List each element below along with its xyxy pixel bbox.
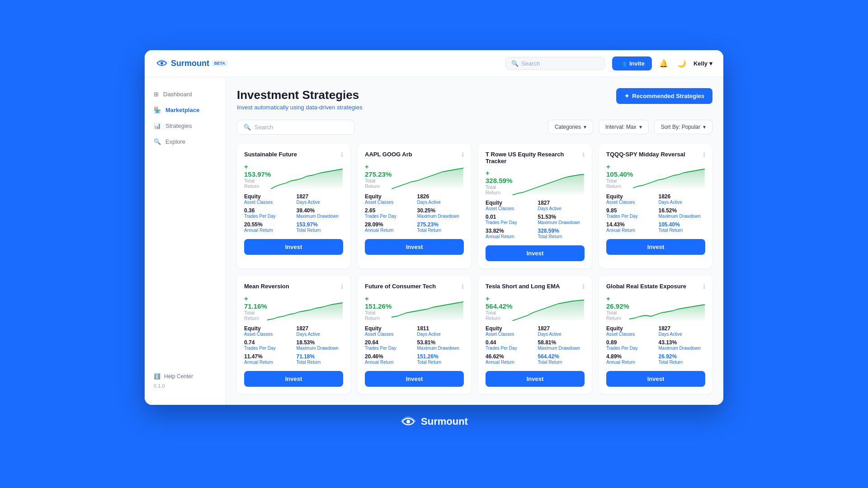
- help-center-link[interactable]: ℹ️ Help Center: [154, 373, 217, 380]
- card-stats: Equity Asset Classes 1827 Days Active 0.…: [606, 325, 705, 365]
- days-active-value: 1826: [659, 193, 706, 200]
- invest-button[interactable]: Invest: [244, 239, 343, 255]
- stat-max-drawdown: 30.25% Maximum Drawdown: [417, 207, 464, 219]
- stat-trades-per-day: 0.01 Trades Per Day: [486, 214, 533, 225]
- total-return-stat-label: Total Return: [659, 360, 706, 365]
- stat-max-drawdown: 18.53% Maximum Drawdown: [297, 339, 344, 351]
- sort-label: Sort By: Popular: [661, 124, 700, 130]
- sort-filter[interactable]: Sort By: Popular ▾: [654, 120, 712, 134]
- max-drawdown-value: 39.40%: [297, 207, 344, 214]
- navbar: Surmount BETA 🔍 Search 👥 Invite 🔔 🌙 Kell…: [145, 50, 723, 77]
- strategy-card: AAPL GOOG Arb ℹ + 275.23% Total Return: [358, 144, 471, 268]
- stat-max-drawdown: 58.81% Maximum Drawdown: [538, 339, 585, 351]
- invest-button[interactable]: Invest: [486, 371, 585, 387]
- user-menu-button[interactable]: Kelly ▾: [693, 60, 712, 67]
- stat-trades-per-day: 20.64 Trades Per Day: [365, 339, 412, 351]
- recommended-strategies-button[interactable]: ✦ Recommended Strategies: [616, 88, 712, 104]
- interval-filter[interactable]: Interval: Max ▾: [599, 120, 649, 134]
- days-active-label: Days Active: [659, 332, 706, 337]
- invest-button[interactable]: Invest: [486, 245, 585, 261]
- sidebar-item-dashboard[interactable]: ⊞ Dashboard: [145, 86, 226, 102]
- strategy-card: Tesla Short and Long EMA ℹ + 564.42% Tot…: [478, 276, 592, 394]
- asset-classes-label: Asset Classes: [365, 200, 412, 205]
- invest-button[interactable]: Invest: [606, 371, 705, 387]
- stat-days-active: 1827 Days Active: [297, 193, 344, 205]
- sidebar-label-dashboard: Dashboard: [163, 91, 192, 98]
- card-header: TQQQ-SPY Midday Reversal ℹ: [606, 151, 705, 158]
- sidebar-bottom: ℹ️ Help Center 0.1.0: [145, 366, 226, 396]
- annual-return-label: Annual Return: [486, 360, 533, 365]
- card-header: Tesla Short and Long EMA ℹ: [486, 283, 585, 290]
- card-stats: Equity Asset Classes 1826 Days Active 2.…: [365, 193, 464, 233]
- categories-filter[interactable]: Categories ▾: [548, 120, 593, 134]
- card-return-pct: + 151.26%: [365, 295, 392, 310]
- stat-days-active: 1826 Days Active: [659, 193, 706, 205]
- logo-text: Surmount: [171, 59, 209, 68]
- theme-toggle-button[interactable]: 🌙: [675, 57, 688, 70]
- svg-point-0: [160, 62, 163, 65]
- sidebar-item-marketplace[interactable]: 🏪 Marketplace: [145, 102, 226, 118]
- strategy-card: Global Real Estate Exposure ℹ + 26.92% T…: [599, 276, 712, 394]
- sidebar-item-strategies[interactable]: 📊 Strategies: [145, 118, 226, 134]
- total-return-stat-value: 153.97%: [297, 221, 344, 228]
- main-content: Investment Strategies Invest automatical…: [226, 77, 723, 405]
- annual-return-value: 11.47%: [244, 353, 291, 360]
- explore-icon: 🔍: [154, 138, 161, 145]
- info-icon[interactable]: ℹ: [703, 283, 705, 290]
- brand-name: Surmount: [421, 416, 468, 427]
- sidebar: ⊞ Dashboard 🏪 Marketplace 📊 Strategies 🔍…: [145, 77, 226, 405]
- trades-per-day-label: Trades Per Day: [486, 346, 533, 351]
- days-active-label: Days Active: [538, 332, 585, 337]
- invest-button[interactable]: Invest: [606, 239, 705, 255]
- info-icon[interactable]: ℹ: [582, 283, 585, 290]
- total-return-stat-value: 151.26%: [417, 353, 464, 360]
- card-return-pct: + 105.40%: [606, 163, 633, 178]
- stat-total-return: 71.18% Total Return: [297, 353, 344, 365]
- info-icon[interactable]: ℹ: [703, 151, 705, 158]
- info-icon[interactable]: ℹ: [462, 283, 464, 290]
- card-title: Tesla Short and Long EMA: [486, 283, 579, 290]
- notifications-button[interactable]: 🔔: [657, 57, 670, 70]
- rec-btn-label: Recommended Strategies: [632, 93, 704, 99]
- user-name: Kelly: [693, 60, 708, 67]
- stat-annual-return: 20.46% Annual Return: [365, 353, 412, 365]
- info-icon[interactable]: ℹ: [341, 283, 343, 290]
- card-chart: [512, 299, 585, 321]
- sidebar-item-explore[interactable]: 🔍 Explore: [145, 134, 226, 150]
- asset-classes-value: Equity: [244, 325, 291, 332]
- invest-button[interactable]: Invest: [365, 371, 464, 387]
- total-return-stat-label: Total Return: [297, 360, 344, 365]
- annual-return-label: Annual Return: [244, 228, 291, 233]
- navbar-search[interactable]: 🔍 Search: [505, 57, 605, 70]
- card-return-pct: + 275.23%: [365, 163, 392, 178]
- brand-logo-icon: [400, 416, 416, 427]
- stat-total-return: 26.92% Total Return: [659, 353, 706, 365]
- info-icon[interactable]: ℹ: [462, 151, 464, 158]
- trades-per-day-label: Trades Per Day: [244, 346, 291, 351]
- strategies-search-box[interactable]: 🔍 Search: [237, 120, 354, 135]
- dashboard-icon: ⊞: [154, 91, 159, 98]
- invest-button[interactable]: Invest: [365, 239, 464, 255]
- invite-button[interactable]: 👥 Invite: [612, 56, 652, 70]
- max-drawdown-label: Maximum Drawdown: [417, 214, 464, 219]
- stat-trades-per-day: 9.85 Trades Per Day: [606, 207, 653, 219]
- help-label: Help Center: [164, 373, 193, 380]
- sparkle-icon: ✦: [624, 93, 629, 99]
- max-drawdown-value: 16.52%: [659, 207, 706, 214]
- card-stats: Equity Asset Classes 1827 Days Active 0.…: [486, 200, 585, 239]
- annual-return-value: 33.82%: [486, 228, 533, 234]
- info-icon[interactable]: ℹ: [582, 151, 585, 158]
- total-return-stat-value: 564.42%: [538, 353, 585, 360]
- info-icon[interactable]: ℹ: [341, 151, 343, 158]
- invest-button[interactable]: Invest: [244, 371, 343, 387]
- card-return-pct: + 564.42%: [486, 295, 512, 310]
- card-return-pct: + 153.97%: [244, 163, 271, 178]
- asset-classes-value: Equity: [244, 193, 291, 200]
- filters-row: 🔍 Search Categories ▾ Interval: Max ▾ So…: [237, 120, 712, 135]
- strategy-card: Sustainable Future ℹ + 153.97% Total Ret…: [237, 144, 350, 268]
- help-icon: ℹ️: [154, 373, 160, 380]
- trades-per-day-value: 0.74: [244, 339, 291, 346]
- asset-classes-value: Equity: [365, 325, 412, 332]
- max-drawdown-value: 30.25%: [417, 207, 464, 214]
- card-title: Mean Reversion: [244, 283, 337, 290]
